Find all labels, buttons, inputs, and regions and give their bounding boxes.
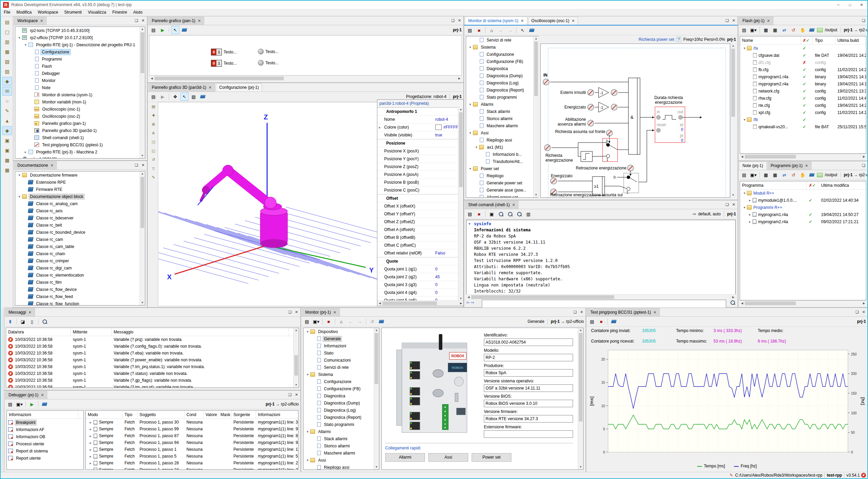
expander-icon[interactable]: ▸ <box>88 434 93 438</box>
tree-item[interactable]: ▾Allarmi <box>304 428 379 435</box>
tab-pingpong[interactable]: Test ping/pong BCC/31 (pptest-1)✕ <box>587 308 660 316</box>
stop-icon[interactable]: ■ <box>475 210 483 218</box>
home-icon[interactable]: ⌂ <box>337 317 345 326</box>
close-icon[interactable]: ✕ <box>198 19 201 23</box>
tree-item[interactable]: Pannello grafico (pan-1) <box>15 120 145 127</box>
tree-item[interactable]: Monitor di sistema (sysm-1) <box>15 91 145 98</box>
tab-system-monitor[interactable]: Monitor di sistema (sysm-1)✕ <box>465 17 527 25</box>
tree-item[interactable]: Configurazione (FB) <box>304 385 379 392</box>
property-row[interactable]: Posizione X (posX) <box>377 147 463 155</box>
field-input[interactable]: AS1018.002-A062754 <box>484 338 573 346</box>
views-icon[interactable]: ▣▾ <box>15 400 23 408</box>
properties-icon[interactable]: ▤ <box>149 93 158 101</box>
expander-icon[interactable]: ▾ <box>23 43 28 47</box>
column-header[interactable]: Ultima modifica <box>819 181 866 189</box>
expander-icon[interactable]: ▾ <box>305 330 310 333</box>
table-row[interactable]: ✘10/03/2022 10:36:58sysm-1Variabile (?.p… <box>6 357 299 363</box>
tree-item[interactable]: Informazioni b... <box>466 151 538 158</box>
file-row[interactable]: ▾Programmi R++ <box>740 204 866 211</box>
debugger-category[interactable]: Informazioni OB <box>7 433 83 440</box>
file-row[interactable]: ▾/fb✓ <box>740 116 866 123</box>
expander-icon[interactable]: ▾ <box>17 195 22 198</box>
close-icon[interactable]: ✕ <box>209 85 212 89</box>
column-header[interactable]: Ultima build <box>835 36 866 44</box>
property-row[interactable]: Visibile (visible)true <box>377 131 463 139</box>
error-status-icon[interactable]: ✘ <box>861 473 866 478</box>
expander-icon[interactable]: ▸ <box>23 150 28 154</box>
menu-item-workspace[interactable]: Workspace <box>35 9 61 16</box>
output-folder-icon[interactable] <box>817 28 823 32</box>
tree-item[interactable]: ▾Assi <box>466 129 538 136</box>
field-input[interactable]: RP-2 <box>484 354 573 361</box>
tree-item[interactable]: ▾Progetto RTE (prj-1) - Deescrizione del… <box>15 41 145 48</box>
column-header[interactable]: Modo <box>86 411 122 418</box>
tree-item[interactable]: Classe rc_belt <box>15 221 145 229</box>
forward-icon[interactable]: → <box>356 317 364 326</box>
expander-icon[interactable]: ▾ <box>305 430 310 433</box>
tree-item[interactable]: Servizi di rete <box>466 36 538 44</box>
tree-item[interactable]: ▾Assi <box>304 457 379 464</box>
expander-icon[interactable]: ▸ <box>88 448 93 451</box>
run-icon[interactable]: ▶ <box>28 400 36 408</box>
property-row[interactable]: Posizione C (posC) <box>377 186 463 194</box>
scrollbar-horizontal[interactable]: ◀▶ <box>466 294 736 300</box>
build-icon[interactable]: ▦ <box>771 26 779 34</box>
file-row[interactable]: xpl.cfg✓config11/02/2021 14:29:16 <box>740 109 866 116</box>
file-row[interactable]: myprogram2.r4a✓binary19/04/2021 14:10:36 <box>740 80 866 87</box>
tree-item[interactable]: ▾rp2-ufficio [TCP/IP 10.0.17.2:8100] <box>15 34 145 41</box>
mail-icon[interactable]: ✉ <box>2 87 12 96</box>
refresh-icon[interactable]: ↺ <box>368 317 376 326</box>
property-row[interactable]: Offset Z (offsetZ) <box>377 218 463 226</box>
tree-item[interactable]: Debugger <box>15 70 145 77</box>
field-input[interactable] <box>484 430 573 438</box>
tree-item[interactable]: Riepilogo assi <box>466 136 538 144</box>
tree-item[interactable]: Storico allarmi <box>304 442 379 449</box>
tree-item[interactable]: rp2-loris [TCP/IP 10.0.45.3:8100] <box>15 27 145 34</box>
scrollbar-vertical[interactable]: ▲▼ <box>374 328 379 469</box>
windows-cascade-icon[interactable]: ▩ <box>2 156 12 165</box>
history-prev-icon[interactable]: ⇦ <box>466 300 470 305</box>
property-row[interactable]: Quota joint 1 (qj1)0 <box>377 265 463 273</box>
column-header[interactable]: Tipo <box>813 36 835 44</box>
property-row[interactable]: Quota joint 4 (qj4)0 <box>377 289 463 297</box>
expander-icon[interactable]: ▾ <box>742 118 747 121</box>
tree-item[interactable]: Riepilogo <box>466 172 538 179</box>
tree-item[interactable]: Diagnostica (Report) <box>304 414 379 421</box>
tree-item[interactable]: Flash <box>15 63 145 70</box>
scrollbar-vertical[interactable]: ▲▼ <box>140 171 145 305</box>
expander-icon[interactable]: ▸ <box>748 220 752 224</box>
output-folder-icon[interactable] <box>817 173 823 177</box>
file-row[interactable]: rhw.cfg✓config11/02/2021 14:44:00 <box>740 95 866 102</box>
float-icon[interactable]: ❏ <box>862 163 865 168</box>
edit-mode-icon[interactable]: ↖ <box>180 93 189 101</box>
3d-tool-icon-6[interactable]: ↺ <box>149 155 158 164</box>
file-row[interactable]: ▸myprogram2.r4a✓09/02/2022 17:21:21102 <box>740 218 866 225</box>
tree-item[interactable]: Classe rc_cam <box>15 236 145 243</box>
tree-item[interactable]: Oscilloscopio (osc-2) <box>15 113 145 120</box>
tab-flash[interactable]: Flash (prj-1)✕ <box>739 17 773 25</box>
float-icon[interactable]: ❏ <box>135 163 138 167</box>
sync-icon[interactable]: ⇄ <box>780 26 788 34</box>
close-icon[interactable]: ✕ <box>41 393 44 397</box>
3d-tool-icon-2[interactable]: ⊞ <box>149 120 158 129</box>
tree-item[interactable]: Diagnostica <box>466 65 538 72</box>
refresh-icon[interactable]: ↺ <box>789 171 798 179</box>
tree-item[interactable]: Stato <box>304 349 379 357</box>
menu-item-strumenti[interactable]: Strumenti <box>61 9 85 16</box>
sync-icon[interactable]: ⇄ <box>780 171 788 179</box>
close-icon[interactable]: ✕ <box>580 310 583 314</box>
breakpoint-row[interactable]: ▸SempreFetchProcesso 1, passo 30NessunaP… <box>86 419 298 426</box>
tab-notes[interactable]: Note (prj-1) <box>739 162 767 170</box>
tree-item[interactable]: Generale power set <box>466 179 538 186</box>
scrollbar-vertical[interactable]: ▲▼ <box>293 328 299 387</box>
close-icon[interactable]: ✕ <box>521 19 524 23</box>
properties-icon[interactable]: ▤ <box>588 317 596 326</box>
column-header[interactable]: Informazioni <box>7 411 78 418</box>
tree-item[interactable]: Classe rc_elementlocation <box>15 271 145 279</box>
tab-oscilloscope[interactable]: Oscilloscopio (osc-1)✕ <box>528 17 578 25</box>
tree-item[interactable]: ▾Documentazione firmware <box>15 171 145 179</box>
expander-icon[interactable]: ▾ <box>742 46 747 50</box>
close-icon[interactable]: ✕ <box>512 203 515 207</box>
tree-item[interactable]: Stato programmi <box>466 94 538 101</box>
file-row[interactable]: fb.cfg✓config11/02/2021 14:29:16 <box>740 66 866 73</box>
